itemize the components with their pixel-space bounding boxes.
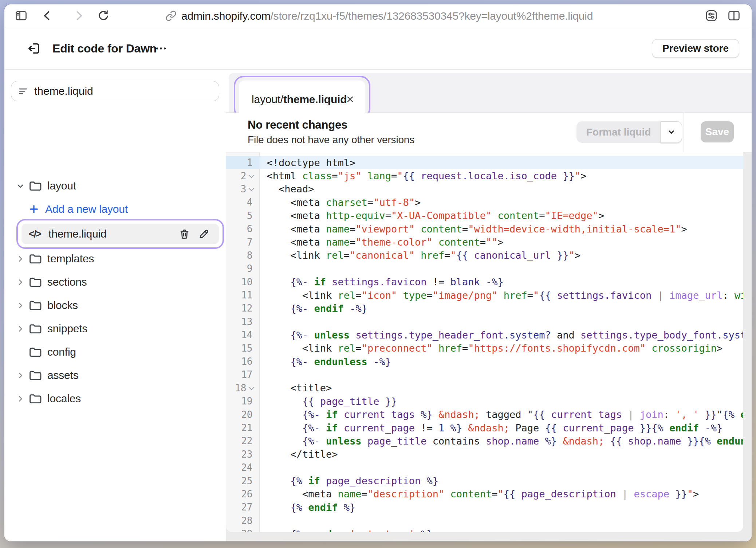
line-number[interactable]: 2 [226, 169, 260, 182]
url-bar[interactable]: admin.shopify.com/store/rzq1xu-f5/themes… [165, 4, 593, 27]
back-icon[interactable] [41, 9, 54, 22]
sidebar-item-snippets[interactable]: snippets [4, 317, 226, 340]
chevron-right-icon[interactable] [15, 394, 25, 404]
exit-editor-icon[interactable] [25, 40, 43, 57]
code-line-text[interactable]: {% render 'meta-tags' %} [260, 527, 744, 532]
sidebar-item-layout[interactable]: layout [4, 174, 226, 197]
line-number[interactable]: 28 [226, 514, 260, 527]
chevron-right-icon[interactable] [15, 370, 25, 381]
code-line: 10 {%- if settings.favicon != blank -%} [226, 275, 743, 289]
line-number[interactable]: 22 [226, 434, 260, 447]
line-number[interactable]: 16 [226, 355, 260, 368]
code-line-text[interactable]: <meta name="viewport" content="width=dev… [260, 222, 744, 235]
code-line-text[interactable]: <head> [260, 183, 744, 196]
chevron-right-icon[interactable] [15, 324, 25, 334]
line-number[interactable]: 1 [226, 156, 260, 169]
code-line-text[interactable] [260, 315, 744, 328]
line-number[interactable]: 3 [226, 183, 260, 196]
code-line-text[interactable]: {%- if settings.favicon != blank -%} [260, 275, 744, 289]
sidebar-item-assets[interactable]: assets [4, 364, 226, 387]
line-number[interactable]: 27 [226, 501, 260, 514]
line-number[interactable]: 7 [226, 235, 260, 248]
line-number[interactable]: 13 [226, 315, 260, 328]
code-line-text[interactable]: {% if page_description %} [260, 474, 744, 487]
code-line-text[interactable]: <!doctype html> [260, 156, 744, 169]
forward-icon[interactable] [72, 9, 85, 22]
chevron-right-icon[interactable] [15, 300, 25, 311]
code-line-text[interactable]: {%- unless page_title contains shop.name… [260, 434, 744, 447]
code-line-text[interactable] [260, 461, 744, 474]
code-editor[interactable]: 1<!doctype html>2<html class="js" lang="… [226, 152, 743, 532]
line-number[interactable]: 14 [226, 328, 260, 341]
code-line-text[interactable]: {%- endif -%} [260, 302, 744, 315]
code-line-text[interactable]: <link rel="icon" type="image/png" href="… [260, 289, 744, 302]
code-line-text[interactable]: <title> [260, 381, 744, 395]
sidebar-item-theme-liquid[interactable]: </> theme.liquid [21, 224, 219, 244]
search-input[interactable] [34, 85, 212, 97]
preview-store-button[interactable]: Preview store [652, 39, 739, 58]
code-line-text[interactable]: <link rel="canonical" href="{{ canonical… [260, 249, 744, 262]
line-number[interactable]: 6 [226, 222, 260, 235]
code-line-text[interactable]: <html class="js" lang="{{ request.locale… [260, 169, 744, 182]
format-liquid-button[interactable]: Format liquid [576, 121, 682, 143]
line-number[interactable]: 17 [226, 368, 260, 381]
code-line-text[interactable] [260, 262, 744, 275]
line-number[interactable]: 8 [226, 249, 260, 262]
line-number[interactable]: 20 [226, 408, 260, 421]
fold-chevron-icon[interactable] [248, 186, 254, 192]
line-number[interactable]: 21 [226, 421, 260, 434]
code-line-text[interactable] [260, 514, 744, 527]
folder-icon [28, 252, 42, 266]
line-number[interactable]: 5 [226, 209, 260, 222]
code-line-text[interactable] [260, 368, 744, 381]
sidebar-item-config[interactable]: config [4, 340, 226, 364]
file-tree: layoutAdd a new layout </> theme.liquid … [4, 174, 226, 410]
line-number[interactable]: 26 [226, 488, 260, 501]
line-number[interactable]: 4 [226, 196, 260, 209]
line-number[interactable]: 11 [226, 289, 260, 302]
fold-chevron-icon[interactable] [248, 172, 254, 178]
format-options-caret[interactable] [661, 121, 682, 143]
line-number[interactable]: 15 [226, 341, 260, 355]
fold-chevron-icon[interactable] [248, 385, 254, 391]
split-view-icon[interactable] [727, 9, 741, 23]
file-search[interactable] [11, 81, 219, 101]
code-line-text[interactable]: </title> [260, 448, 744, 461]
code-line-text[interactable]: {{ page_title }} [260, 395, 744, 408]
sidebar-toggle-icon[interactable] [15, 9, 28, 22]
line-number[interactable]: 10 [226, 275, 260, 289]
rename-file-icon[interactable] [197, 228, 210, 240]
code-line-text[interactable]: {%- if current_page != 1 %} &ndash; Page… [260, 421, 744, 434]
code-line-text[interactable]: {%- if current_tags %} &ndash; tagged "{… [260, 408, 744, 421]
line-number[interactable]: 12 [226, 302, 260, 315]
code-line-text[interactable]: {%- unless settings.type_header_font.sys… [260, 328, 744, 341]
chevron-right-icon[interactable] [15, 254, 25, 264]
line-number[interactable]: 25 [226, 474, 260, 487]
save-button[interactable]: Save [701, 121, 734, 142]
code-line-text[interactable]: {% endif %} [260, 501, 744, 514]
sidebar-item-blocks[interactable]: blocks [4, 294, 226, 317]
code-line-text[interactable]: <meta name="description" content="{{ pag… [260, 488, 744, 501]
line-number[interactable]: 18 [226, 381, 260, 395]
code-line-text[interactable]: <meta http-equiv="X-UA-Compatible" conte… [260, 209, 744, 222]
add-new-layout-link[interactable]: Add a new layout [4, 197, 226, 221]
page-settings-icon[interactable] [705, 9, 718, 23]
line-number[interactable]: 9 [226, 262, 260, 275]
chevron-down-icon[interactable] [15, 181, 25, 191]
code-line-text[interactable]: {%- endunless -%} [260, 355, 744, 368]
sidebar-item-locales[interactable]: locales [4, 387, 226, 410]
sidebar-item-sections[interactable]: sections [4, 270, 226, 294]
code-line-text[interactable]: <meta charset="utf-8"> [260, 196, 744, 209]
delete-file-icon[interactable] [178, 228, 191, 240]
reload-icon[interactable] [97, 9, 110, 22]
chevron-right-icon[interactable] [15, 277, 25, 287]
line-number[interactable]: 29 [226, 527, 260, 532]
code-line-text[interactable]: <meta name="theme-color" content=""> [260, 235, 744, 248]
more-actions-icon[interactable] [153, 41, 169, 56]
line-number[interactable]: 23 [226, 448, 260, 461]
line-number[interactable]: 24 [226, 461, 260, 474]
code-line-text[interactable]: <link rel="preconnect" href="https://fon… [260, 341, 744, 355]
line-number[interactable]: 19 [226, 395, 260, 408]
close-tab-icon[interactable] [344, 94, 356, 105]
sidebar-item-templates[interactable]: templates [4, 247, 226, 270]
